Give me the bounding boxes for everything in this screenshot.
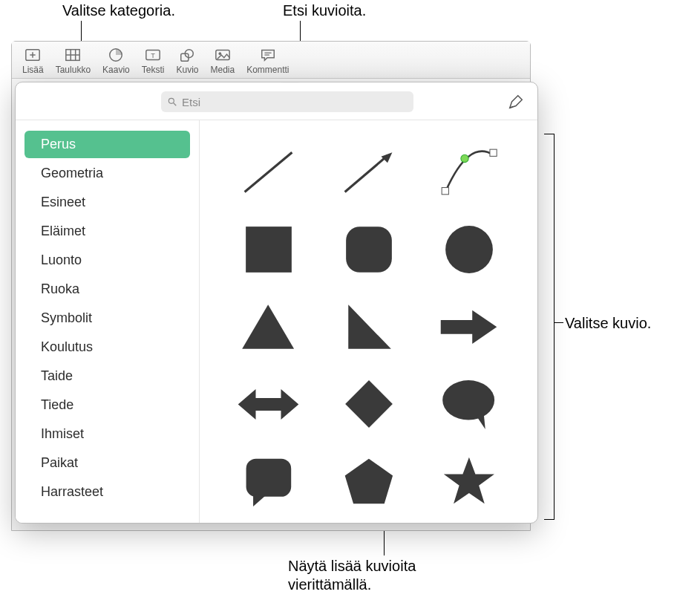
sidebar-item-harrasteet[interactable]: Harrasteet [24,478,190,506]
shape-arrow-right[interactable] [434,293,504,360]
shape-diamond[interactable] [333,371,404,437]
search-row: Etsi [16,82,537,120]
sidebar-item-paikat[interactable]: Paikat [24,449,190,477]
svg-point-13 [218,52,221,55]
svg-line-18 [245,152,292,192]
svg-rect-21 [442,188,449,195]
sidebar-item-tiede[interactable]: Tiede [24,391,190,419]
pie-chart-icon [106,47,125,63]
pen-icon [508,94,524,110]
shape-double-arrow[interactable] [233,371,304,437]
sidebar-item-symbolit[interactable]: Symbolit [24,304,190,332]
sidebar-item-ruoka[interactable]: Ruoka [24,276,190,303]
svg-marker-37 [443,457,494,504]
sidebar-item-elaimet[interactable]: Eläimet [24,218,190,245]
shape-line[interactable] [233,139,304,206]
toolbar-media[interactable]: Media [206,42,239,76]
shape-circle[interactable] [434,216,504,283]
toolbar-label: Teksti [142,65,165,75]
shapes-popover: Etsi Perus Geometria Esineet Eläimet Luo… [15,82,538,524]
svg-marker-35 [253,494,266,506]
toolbar-label: Lisää [22,65,44,75]
svg-marker-31 [345,380,393,428]
callout-search: Etsi kuvioita. [283,1,366,20]
svg-marker-20 [382,152,393,163]
shape-triangle[interactable] [233,293,304,360]
category-sidebar: Perus Geometria Esineet Eläimet Luonto R… [16,120,200,523]
svg-rect-24 [246,226,292,273]
sidebar-item-perus[interactable]: Perus [24,131,190,158]
toolbar-label: Kommentti [246,65,289,75]
shapes-grid[interactable] [200,120,537,523]
svg-marker-29 [441,310,497,343]
toolbar-shape[interactable]: Kuvio [171,42,203,76]
toolbar-comment[interactable]: Kommentti [242,42,293,76]
svg-rect-25 [346,226,392,273]
svg-marker-27 [243,304,295,349]
toolbar-label: Kaavio [102,65,130,75]
toolbar-label: Media [210,65,235,75]
table-icon [63,47,82,63]
toolbar: Lisää Taulukko Kaavio T Teksti Kuvio [12,42,530,79]
popover-body: Perus Geometria Esineet Eläimet Luonto R… [16,120,537,523]
shape-pentagon[interactable] [333,448,404,515]
sidebar-item-ihmiset[interactable]: Ihmiset [24,420,190,448]
shape-right-triangle[interactable] [333,293,404,360]
plus-box-icon [23,47,42,63]
search-placeholder: Etsi [182,96,200,108]
svg-line-19 [345,156,387,192]
sidebar-item-esineet[interactable]: Esineet [24,189,190,216]
svg-point-16 [169,98,174,103]
shape-square[interactable] [233,216,304,283]
callout-scroll: Näytä lisää kuvioita vierittämällä. [288,557,416,594]
shape-bezier-curve[interactable] [434,139,504,206]
search-input[interactable]: Etsi [161,91,413,112]
text-box-icon: T [143,47,163,63]
toolbar-text[interactable]: T Teksti [137,42,169,76]
svg-point-32 [443,380,495,420]
image-icon [213,47,232,63]
callout-category: Valitse kategoria. [62,1,175,20]
shapes-icon [177,47,197,63]
svg-text:T: T [151,52,155,59]
toolbar-label: Taulukko [56,65,91,75]
sidebar-item-luonto[interactable]: Luonto [24,247,190,274]
svg-point-23 [461,154,468,162]
svg-point-26 [445,226,493,273]
callout-select-shape: Valitse kuvio. [565,314,651,333]
draw-tool-button[interactable] [506,92,526,111]
shape-rounded-speech-square[interactable] [233,448,304,515]
search-icon [167,97,177,107]
toolbar-chart[interactable]: Kaavio [98,42,134,76]
toolbar-table[interactable]: Taulukko [51,42,95,76]
callout-bracket [544,134,555,520]
shape-arrow-line[interactable] [333,139,404,206]
toolbar-label: Kuvio [176,65,198,75]
toolbar-add[interactable]: Lisää [18,42,48,76]
svg-rect-34 [246,459,291,497]
sidebar-item-geometria[interactable]: Geometria [24,160,190,187]
svg-line-17 [174,103,177,106]
shape-rounded-square[interactable] [333,216,404,283]
svg-marker-36 [344,459,392,504]
svg-marker-33 [477,414,485,429]
sidebar-item-koulutus[interactable]: Koulutus [24,333,190,361]
svg-rect-22 [490,149,497,156]
sidebar-item-taide[interactable]: Taide [24,362,190,390]
callout-line [555,322,563,323]
svg-marker-30 [238,389,299,420]
shape-speech-bubble[interactable] [434,371,504,437]
svg-marker-28 [348,304,391,349]
shape-star[interactable] [434,448,504,515]
comment-icon [258,47,278,63]
